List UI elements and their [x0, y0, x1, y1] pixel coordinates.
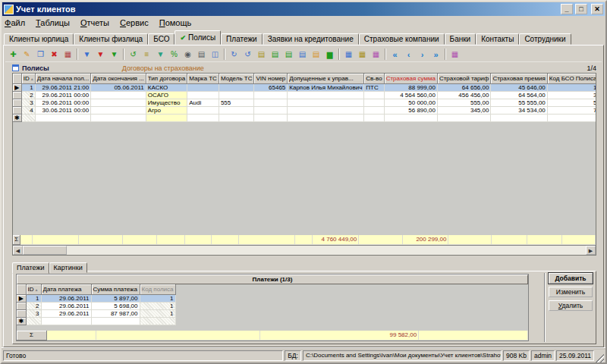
edit-record-icon[interactable]: ✎: [20, 48, 33, 61]
title-bar[interactable]: Учет клиентов _ □ ✕: [2, 2, 605, 16]
row-selector[interactable]: [13, 99, 21, 106]
edit-button[interactable]: Изменить: [549, 287, 593, 297]
refresh-icon[interactable]: ↺: [127, 48, 140, 61]
col-contract-type[interactable]: Тип договора: [146, 74, 187, 83]
col-date-start[interactable]: Дата начала пол...: [35, 74, 91, 83]
tab-banks[interactable]: Банки: [445, 33, 476, 45]
tab-bso[interactable]: БСО: [148, 33, 175, 45]
apply-filter-icon[interactable]: ▼: [108, 48, 121, 61]
export-rtf-icon[interactable]: ▤: [310, 48, 322, 61]
import-excel-icon[interactable]: ▤: [269, 48, 281, 61]
resize-grip[interactable]: [596, 354, 604, 362]
table-row[interactable]: 2 29.06.2011 00:00 ОСАГО 4 564 560,00 45…: [13, 91, 596, 99]
clear-filter-icon[interactable]: ▼: [94, 48, 107, 61]
add-record-icon[interactable]: ✚: [7, 48, 20, 61]
scrollbar-thumb[interactable]: [23, 246, 67, 255]
reload-form-icon[interactable]: ↻: [228, 48, 241, 61]
tab-insurance-companies[interactable]: Страховые компании: [359, 33, 445, 45]
add-column-icon[interactable]: ▦: [342, 48, 355, 61]
tab-contacts[interactable]: Контакты: [476, 33, 519, 45]
filter-percent-icon[interactable]: %: [168, 48, 181, 61]
export-html-icon[interactable]: ▤: [296, 48, 309, 61]
col-payment-id[interactable]: ID▴: [26, 284, 41, 294]
delete-record-icon[interactable]: ✖: [48, 48, 61, 61]
col-premium[interactable]: Страховая премия: [491, 74, 547, 83]
col-vehicle-make[interactable]: Марка ТС: [187, 74, 219, 83]
reload-data-icon[interactable]: ↺: [241, 48, 254, 61]
copy-record-icon[interactable]: ❐: [34, 48, 47, 61]
export-excel-icon[interactable]: ▤: [255, 48, 268, 61]
tab-payments[interactable]: Платежи: [221, 33, 263, 45]
tab-credit-requests[interactable]: Заявки на кредитование: [263, 33, 359, 45]
menu-help[interactable]: Помощь: [159, 18, 192, 27]
col-allowed-drivers[interactable]: Допущенные к управ...: [288, 74, 364, 83]
filter-icon[interactable]: ▼: [80, 48, 93, 61]
menu-file[interactable]: Файл: [5, 18, 25, 27]
export-word-icon[interactable]: ▤: [282, 48, 295, 61]
nav-last-icon[interactable]: »: [429, 48, 442, 61]
print-icon[interactable]: ▤: [195, 48, 208, 61]
row-selector[interactable]: [13, 91, 21, 99]
col-insured-sum[interactable]: Страховая сумма: [384, 74, 437, 83]
col-id[interactable]: ID▴: [21, 74, 35, 83]
close-button[interactable]: ✕: [591, 4, 603, 14]
tab-policies[interactable]: ✔Полисы: [175, 30, 221, 45]
header-row: ID▴ Дата начала пол... Дата окончания ..…: [13, 74, 596, 83]
sort-asc-icon: ▴: [36, 287, 38, 292]
print-preview-icon[interactable]: ◫: [209, 48, 222, 61]
scrollbar-track[interactable]: [67, 246, 586, 255]
add-button[interactable]: Добавить: [549, 273, 593, 284]
new-record-icon[interactable]: ✱: [17, 317, 26, 325]
col-certificate[interactable]: Св-во: [364, 74, 384, 83]
maximize-button[interactable]: □: [575, 4, 587, 14]
tab-clients-legal[interactable]: Клиенты юрлица: [4, 33, 74, 45]
tab-employees[interactable]: Сотрудники: [519, 33, 571, 45]
tab-clients-individual[interactable]: Клиенты физлица: [74, 33, 148, 45]
tab-payments-sub[interactable]: Платежи: [12, 262, 49, 274]
scroll-right-icon[interactable]: ▶: [586, 246, 596, 255]
menu-service[interactable]: Сервис: [120, 18, 149, 27]
sigma-icon: Σ: [13, 235, 20, 245]
horizontal-scrollbar[interactable]: ◀ ▶: [13, 245, 596, 255]
col-policy-code[interactable]: Код полиса: [140, 284, 175, 294]
nav-first-icon[interactable]: «: [388, 48, 401, 61]
menu-reports[interactable]: Отчеты: [80, 18, 109, 27]
nav-next-icon[interactable]: ›: [416, 48, 429, 61]
table-row[interactable]: ▶ 1 29.06.2011 5 897,00 1: [17, 294, 175, 302]
row-selector[interactable]: ▶: [17, 294, 26, 302]
row-selector[interactable]: ▶: [13, 83, 21, 91]
scroll-left-icon[interactable]: ◀: [13, 246, 23, 255]
new-record-row[interactable]: ✱: [13, 114, 596, 121]
col-vehicle-model[interactable]: Модель ТС: [219, 74, 254, 83]
column-settings-icon[interactable]: ▦: [370, 48, 382, 61]
table-row[interactable]: 4 30.06.2011 00:00 Агро 56 890,00 345,00…: [13, 106, 596, 114]
minimize-button[interactable]: _: [561, 4, 573, 14]
col-bso-code[interactable]: Код БСО Полиса: [547, 74, 596, 83]
col-payment-sum[interactable]: Сумма платежа: [91, 284, 140, 294]
menu-tables[interactable]: Таблицы: [36, 18, 70, 27]
row-selector[interactable]: [13, 106, 21, 114]
delete-button[interactable]: Удалить: [549, 300, 593, 311]
table-row[interactable]: 2 29.06.2011 5 698,00 1: [17, 302, 175, 309]
filter-selection-icon[interactable]: ▼: [154, 48, 167, 61]
table-row[interactable]: 3 29.06.2011 87 987,00 1: [17, 309, 175, 317]
col-payment-date[interactable]: Дата платежа: [41, 284, 91, 294]
table-row[interactable]: 3 29.06.2011 00:00 Имущество Audi 555 50…: [13, 99, 596, 106]
row-selector[interactable]: [17, 309, 26, 317]
sum-column-icon[interactable]: ▦: [356, 48, 369, 61]
find-icon[interactable]: ◉: [181, 48, 194, 61]
row-selector[interactable]: [17, 302, 26, 309]
new-record-icon[interactable]: ✱: [13, 114, 21, 121]
delete-all-records-icon[interactable]: ▦: [61, 48, 74, 61]
table-row[interactable]: ▶ 1 29.06.2011 21:00 05.06.2011 КАСКО 65…: [13, 83, 596, 91]
group-sort-icon[interactable]: ≡: [140, 48, 153, 61]
col-vin[interactable]: VIN номер: [254, 74, 288, 83]
tab-pictures-sub[interactable]: Картинки: [49, 262, 87, 273]
nav-prev-icon[interactable]: ‹: [402, 48, 415, 61]
new-record-row[interactable]: ✱: [17, 317, 175, 325]
toolbar: ✚ ✎ ❐ ✖ ▦ ▼ ▼ ▼ ↺ ≡ ▼ % ◉ ▤ ◫ ↻ ↺ ▤ ▤ ▤ …: [5, 46, 602, 62]
col-date-end[interactable]: Дата окончания ...: [91, 74, 146, 83]
chart-icon[interactable]: ▆: [323, 48, 336, 61]
col-tariff[interactable]: Страховой тариф: [437, 74, 491, 83]
calendar-icon[interactable]: ▦: [448, 48, 461, 61]
